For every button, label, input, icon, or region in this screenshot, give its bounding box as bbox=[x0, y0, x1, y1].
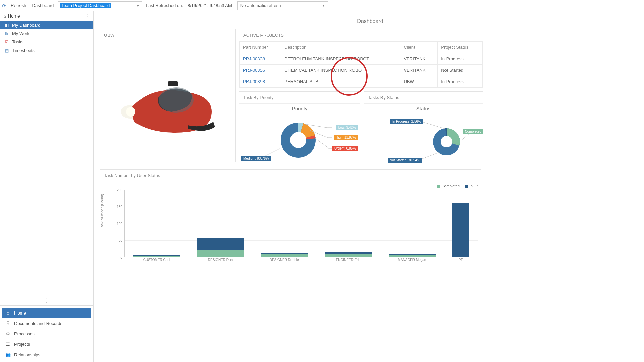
kebab-icon[interactable]: ⋮ bbox=[86, 13, 90, 19]
page-title: Dashboard bbox=[100, 15, 641, 29]
sidebar-nav: ◧ My Dashboard 🗎 My Work ☑ Tasks ▤ Times… bbox=[0, 21, 93, 55]
col-description[interactable]: Description bbox=[281, 42, 400, 53]
documents-icon: 🗄 bbox=[5, 321, 11, 326]
sidebar-home-label: Home bbox=[8, 13, 20, 19]
priority-donut-chart: Medium: 83.76% Low: 3.42% High: 11.97% U… bbox=[239, 111, 360, 169]
tasks-icon: ☑ bbox=[4, 40, 9, 44]
auto-refresh-select[interactable]: No automatic refresh ▼ bbox=[237, 1, 328, 10]
pie-label-urgent: Urgent: 0.85% bbox=[332, 146, 358, 151]
status-donut-chart: In Progress: 2.56% Not Started: 70.94% C… bbox=[364, 111, 483, 169]
cell-status: Not Started bbox=[438, 65, 483, 76]
pie-label-notstarted: Not Started: 70.94% bbox=[388, 158, 422, 163]
dashboard-select[interactable]: Team Project Dasbhoard ▼ bbox=[58, 1, 142, 10]
home-icon: ⌂ bbox=[3, 13, 6, 19]
cell-client: UBW bbox=[400, 76, 438, 88]
bar-chart-legend: Completed In Pr bbox=[100, 182, 481, 190]
part-number-link[interactable]: PRJ-00398 bbox=[240, 76, 281, 88]
table-row[interactable]: PRJ-00398 PERSONAL SUB UBW In Progress bbox=[240, 76, 483, 88]
image-card: UBW bbox=[100, 29, 236, 162]
legend-inprogress: In Pr bbox=[470, 184, 478, 188]
cell-client: VERITANK bbox=[400, 65, 438, 76]
last-refreshed-value: 8/19/2021, 9:48:53 AM bbox=[188, 3, 232, 8]
task-number-by-user-card: Task Number by User-Status Completed In … bbox=[100, 169, 481, 270]
active-projects-card: ACTIVE PROJECTS Part Number Description … bbox=[239, 29, 483, 88]
image-card-title: UBW bbox=[100, 29, 235, 41]
cell-status: In Progress bbox=[438, 53, 483, 65]
refresh-icon[interactable]: ⟳ bbox=[2, 3, 6, 8]
y-tick: 0 bbox=[120, 256, 122, 259]
sidebar-item-my-work[interactable]: 🗎 My Work bbox=[0, 29, 93, 38]
sidebar-item-label: My Work bbox=[12, 31, 29, 36]
last-refreshed-label: Last Refreshed on: bbox=[146, 3, 183, 8]
bottom-nav-documents[interactable]: 🗄 Documents and Records bbox=[2, 318, 91, 329]
chevron-up-icon: ˄ bbox=[46, 298, 48, 302]
table-row[interactable]: PRJ-00355 CHEMICAL TANK INSPECTION ROBOT… bbox=[240, 65, 483, 76]
chevron-down-icon: ▼ bbox=[136, 4, 140, 7]
y-tick: 150 bbox=[117, 205, 122, 209]
refresh-button[interactable]: Refresh bbox=[9, 2, 28, 9]
y-axis-label: Task Number (Count) bbox=[100, 194, 104, 229]
part-number-link[interactable]: PRJ-00338 bbox=[240, 53, 281, 65]
auto-refresh-value: No automatic refresh bbox=[240, 3, 281, 8]
col-client[interactable]: Client bbox=[400, 42, 438, 53]
sidebar-item-label: Tasks bbox=[12, 39, 23, 44]
bottom-nav-projects[interactable]: ☷ Projects bbox=[2, 339, 91, 350]
pie-label-high: High: 11.97% bbox=[334, 135, 358, 140]
sidebar-splitter[interactable]: ˄ ˅ bbox=[0, 298, 93, 305]
status-card-title: Tasks By Status bbox=[364, 92, 483, 104]
projects-icon: ☷ bbox=[5, 342, 11, 347]
cell-description: PERSONAL SUB bbox=[281, 76, 400, 88]
bottom-nav-label: Projects bbox=[14, 342, 30, 347]
bottom-nav-relationships[interactable]: 👥 Relationships bbox=[2, 350, 91, 360]
y-tick: 200 bbox=[117, 188, 122, 192]
bottom-nav-label: Relationships bbox=[14, 352, 40, 357]
home-icon: ⌂ bbox=[5, 310, 11, 316]
top-toolbar: ⟳ Refresh Dashboard Team Project Dasbhoa… bbox=[0, 0, 644, 11]
sidebar-item-timesheets[interactable]: ▤ Timesheets bbox=[0, 46, 93, 55]
priority-chart-title: Priority bbox=[239, 104, 360, 111]
status-chart-title: Status bbox=[364, 104, 483, 111]
dashboard-button[interactable]: Dashboard bbox=[30, 2, 56, 9]
svg-rect-2 bbox=[168, 81, 178, 86]
svg-point-7 bbox=[441, 136, 452, 147]
bottom-nav-label: Documents and Records bbox=[14, 321, 62, 326]
cell-description: PETROLEUM TANK INSPECTION ROBOT bbox=[281, 53, 400, 65]
sidebar-item-label: Timesheets bbox=[12, 48, 35, 53]
y-tick: 100 bbox=[117, 222, 122, 226]
bottom-nav-label: Processes bbox=[14, 331, 35, 336]
col-part-number[interactable]: Part Number bbox=[240, 42, 281, 53]
cell-status: In Progress bbox=[438, 76, 483, 88]
sidebar-item-my-dashboard[interactable]: ◧ My Dashboard bbox=[0, 21, 93, 29]
table-row[interactable]: PRJ-00338 PETROLEUM TANK INSPECTION ROBO… bbox=[240, 53, 483, 65]
col-project-status[interactable]: Project Status bbox=[438, 42, 483, 53]
sidebar: ⌂ Home ⋮ ◧ My Dashboard 🗎 My Work bbox=[0, 11, 94, 362]
cell-client: VERITANK bbox=[400, 53, 438, 65]
sidebar-item-label: My Dashboard bbox=[12, 23, 41, 28]
sidebar-bottom-nav: ⌂ Home 🗄 Documents and Records ⚙ Process… bbox=[0, 305, 93, 362]
bar-card-title: Task Number by User-Status bbox=[100, 170, 481, 182]
projects-table: Part Number Description Client Project S… bbox=[239, 41, 483, 88]
legend-swatch-completed bbox=[437, 185, 440, 188]
dashboard-icon: ◧ bbox=[4, 23, 9, 28]
dashboard-content: Dashboard UBW bbox=[94, 11, 644, 362]
sidebar-item-tasks[interactable]: ☑ Tasks bbox=[0, 38, 93, 46]
pie-label-completed: Completed bbox=[463, 129, 483, 134]
processes-icon: ⚙ bbox=[5, 331, 11, 336]
chevron-down-icon: ▼ bbox=[322, 4, 325, 7]
part-number-link[interactable]: PRJ-00355 bbox=[240, 65, 281, 76]
pie-label-medium: Medium: 83.76% bbox=[241, 156, 271, 161]
dashboard-selected-value: Team Project Dasbhoard bbox=[60, 3, 111, 8]
legend-swatch-inprogress bbox=[465, 185, 468, 188]
task-by-priority-card: Task By Priority Priority bbox=[239, 91, 360, 166]
submarine-image bbox=[111, 61, 225, 142]
svg-point-5 bbox=[290, 132, 306, 148]
sidebar-home-row[interactable]: ⌂ Home ⋮ bbox=[0, 11, 93, 21]
work-icon: 🗎 bbox=[4, 31, 9, 36]
bottom-nav-processes[interactable]: ⚙ Processes bbox=[2, 329, 91, 339]
legend-completed: Completed bbox=[442, 184, 460, 188]
bottom-nav-home[interactable]: ⌂ Home bbox=[2, 308, 91, 318]
y-tick: 50 bbox=[119, 239, 122, 242]
tasks-by-status-card: Tasks By Status Status bbox=[364, 91, 483, 166]
svg-point-3 bbox=[126, 107, 135, 117]
svg-point-1 bbox=[159, 87, 194, 113]
